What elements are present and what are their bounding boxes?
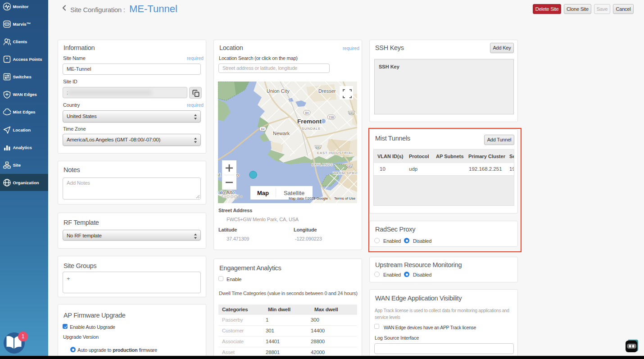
- svg-text:84: 84: [305, 111, 309, 114]
- svg-text:680: 680: [349, 112, 354, 115]
- svg-text:Fremont: Fremont: [297, 118, 322, 125]
- svg-text:680: 680: [347, 165, 352, 168]
- svg-text:Map: Map: [257, 190, 269, 196]
- svg-text:Terms of Use: Terms of Use: [334, 196, 356, 200]
- svg-text:WARM SPRIN: WARM SPRIN: [333, 171, 357, 175]
- svg-text:Map data ©2023 Google: Map data ©2023 Google: [289, 196, 328, 200]
- svg-text:st: st: [218, 172, 221, 177]
- svg-text:Newark: Newark: [273, 131, 290, 136]
- svg-text:880: 880: [316, 146, 321, 149]
- svg-text:Google: Google: [222, 193, 243, 200]
- svg-text:Union City: Union City: [267, 88, 290, 94]
- svg-text:EAST INDUSTRIAL: EAST INDUSTRIAL: [317, 151, 354, 155]
- svg-text:Satellite: Satellite: [284, 190, 304, 196]
- svg-text:SUNDALE: SUNDALE: [302, 127, 321, 131]
- svg-text:BAYLANDS: BAYLANDS: [312, 163, 333, 167]
- svg-text:84: 84: [261, 127, 265, 131]
- svg-text:Dresser: Dresser: [318, 88, 336, 94]
- svg-text:238: 238: [329, 116, 334, 119]
